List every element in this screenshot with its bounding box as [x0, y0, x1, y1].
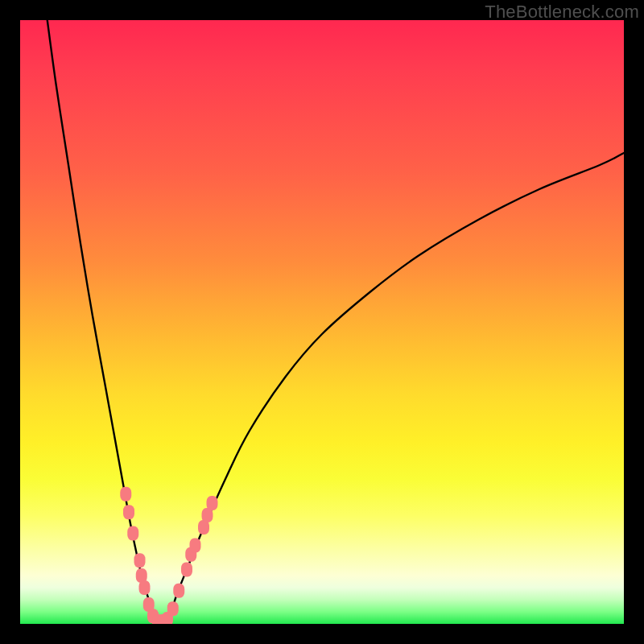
gradient-plot-area [20, 20, 624, 624]
chart-frame: TheBottleneck.com [0, 0, 644, 644]
attribution-text: TheBottleneck.com [485, 2, 639, 23]
